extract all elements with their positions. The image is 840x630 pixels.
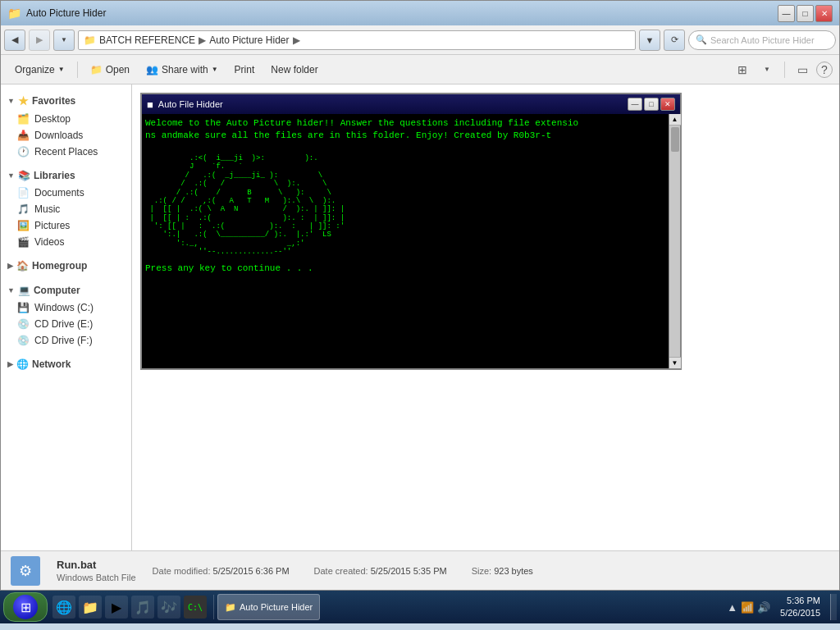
downloads-label: Downloads [34, 130, 83, 141]
address-path[interactable]: 📁 BATCH REFERENCE ▶ Auto Picture Hider ▶ [78, 30, 636, 50]
sidebar-item-recent-places[interactable]: 🕐 Recent Places [1, 144, 131, 160]
cmd-press-any-key: Press any key to continue . . . [145, 262, 667, 274]
explorer-window: 📁 Auto Picture Hider — □ ✕ ◀ ▶ ▼ 📁 BATCH… [0, 0, 840, 591]
print-button[interactable]: Print [227, 58, 262, 81]
homegroup-chevron: ▶ [7, 262, 13, 270]
status-filetype: Windows Batch File [57, 573, 136, 582]
cmd-scroll-thumb[interactable] [671, 127, 679, 152]
homegroup-header[interactable]: ▶ 🏠 Homegroup [1, 257, 131, 275]
computer-section: ▼ 💻 Computer 💾 Windows (C:) 💿 CD Drive (… [1, 281, 131, 349]
recent-pages-button[interactable]: ▼ [53, 30, 75, 51]
videos-label: Videos [34, 236, 64, 248]
recent-places-icon: 🕐 [17, 146, 30, 158]
sidebar-item-cd-drive-e[interactable]: 💿 CD Drive (E:) [1, 316, 131, 332]
refresh-button[interactable]: ⟳ [664, 30, 685, 51]
path-icon: 📁 [84, 34, 96, 46]
quick-launch: 🌐 📁 ▶ 🎵 🎶 C:\ [49, 596, 210, 619]
address-dropdown-button[interactable]: ▼ [639, 30, 660, 51]
path-separator-2: ▶ [293, 34, 300, 46]
quick-launch-itunes[interactable]: 🎵 [131, 596, 154, 619]
cmd-title-bar: ■ Auto File Hidder — □ ✕ [142, 94, 680, 114]
sidebar-item-videos[interactable]: 🎬 Videos [1, 234, 131, 250]
quick-launch-cmd[interactable]: C:\ [184, 596, 207, 619]
toolbar-separator-2 [784, 62, 785, 78]
cmd-close-button[interactable]: ✕ [660, 98, 675, 111]
date-modified-label: Date modified: [153, 566, 211, 576]
new-folder-label: New folder [271, 64, 317, 75]
sidebar-item-music[interactable]: 🎵 Music [1, 201, 131, 217]
quick-launch-media[interactable]: ▶ [105, 596, 128, 619]
cmd-ascii-art: .:<( i___ji )>: ):. J `f. ` / .:( _j____… [145, 146, 667, 256]
sidebar-item-desktop[interactable]: 🗂️ Desktop [1, 111, 131, 127]
sidebar-item-pictures[interactable]: 🖼️ Pictures [1, 217, 131, 234]
maximize-button[interactable]: □ [797, 5, 814, 22]
favorites-star-icon: ★ [18, 94, 29, 107]
cmd-minimize-button[interactable]: — [628, 98, 642, 111]
cmd-title-label: Auto File Hidder [158, 99, 223, 109]
close-button[interactable]: ✕ [815, 5, 833, 22]
size-value: 923 bytes [494, 566, 533, 576]
tray-volume-icon[interactable]: 🔊 [757, 601, 770, 614]
organize-dropdown-icon: ▼ [58, 66, 65, 73]
share-with-button[interactable]: 👥 Share with ▼ [139, 58, 226, 81]
quick-launch-explorer[interactable]: 📁 [79, 596, 102, 619]
music-icon: 🎵 [17, 203, 30, 215]
organize-button[interactable]: Organize ▼ [7, 58, 72, 81]
clock-time: 5:36 PM [780, 595, 820, 607]
taskbar-item-label: Auto Picture Hider [240, 602, 313, 612]
sidebar-item-documents[interactable]: 📄 Documents [1, 185, 131, 201]
minimize-button[interactable]: — [778, 5, 795, 22]
path-segment-1: BATCH REFERENCE [99, 34, 195, 46]
size-label: Size: [472, 566, 491, 576]
back-button[interactable]: ◀ [4, 30, 25, 51]
toolbar: Organize ▼ 📁 Open 👥 Share with ▼ Print N… [1, 55, 839, 84]
sidebar-item-cd-drive-f[interactable]: 💿 CD Drive (F:) [1, 332, 131, 349]
file-area[interactable]: ■ Auto File Hidder — □ ✕ Welcome to the … [132, 84, 839, 550]
status-bar: ⚙ Run.bat Windows Batch File Date modifi… [1, 550, 839, 590]
computer-header[interactable]: ▼ 💻 Computer [1, 281, 131, 299]
preview-pane-button[interactable]: ▭ [792, 59, 813, 80]
date-created-value: 5/25/2015 5:35 PM [371, 566, 447, 576]
open-button[interactable]: 📁 Open [83, 58, 137, 81]
forward-button[interactable]: ▶ [29, 30, 50, 51]
status-date-created: Date created: 5/25/2015 5:35 PM [314, 566, 447, 576]
sidebar-item-downloads[interactable]: 📥 Downloads [1, 127, 131, 144]
computer-label: Computer [34, 285, 80, 296]
network-chevron: ▶ [7, 360, 13, 368]
pictures-label: Pictures [34, 220, 70, 231]
path-segment-2: Auto Picture Hider [209, 34, 289, 46]
libraries-section: ▼ 📚 Libraries 📄 Documents 🎵 Music 🖼️ Pic… [1, 167, 131, 250]
system-clock[interactable]: 5:36 PM 5/26/2015 [775, 595, 825, 620]
view-dropdown-button[interactable]: ▼ [756, 59, 778, 80]
cmd-maximize-button[interactable]: □ [644, 98, 659, 111]
taskbar-explorer-item[interactable]: 📁 Auto Picture Hider [217, 594, 320, 620]
homegroup-section: ▶ 🏠 Homegroup [1, 257, 131, 275]
favorites-header[interactable]: ▼ ★ Favorites [1, 91, 131, 111]
start-orb: ⊞ [13, 595, 38, 619]
main-content: ▼ ★ Favorites 🗂️ Desktop 📥 Downloads 🕐 R… [1, 84, 839, 550]
show-desktop-button[interactable] [830, 594, 837, 620]
window-icon: 📁 [7, 7, 21, 20]
quick-launch-ie[interactable]: 🌐 [52, 596, 75, 619]
cmd-welcome-text: Welcome to the Auto Picture hider!! Answ… [145, 117, 667, 143]
search-box[interactable]: 🔍 Search Auto Picture Hider [688, 30, 836, 50]
change-view-button[interactable]: ⊞ [732, 59, 753, 80]
libraries-header[interactable]: ▼ 📚 Libraries [1, 167, 131, 185]
libraries-chevron: ▼ [7, 171, 15, 180]
status-filename: Run.bat [57, 559, 136, 571]
videos-icon: 🎬 [17, 236, 30, 248]
quick-launch-music[interactable]: 🎶 [158, 596, 180, 619]
open-label: Open [106, 64, 130, 75]
computer-chevron: ▼ [7, 286, 15, 294]
sidebar-item-windows-c[interactable]: 💾 Windows (C:) [1, 299, 131, 316]
tray-expand-icon[interactable]: ▲ [727, 601, 737, 614]
help-button[interactable]: ? [816, 62, 833, 78]
cmd-scroll-down-button[interactable]: ▼ [669, 357, 681, 368]
cmd-scroll-up-button[interactable]: ▲ [669, 114, 681, 126]
new-folder-button[interactable]: New folder [263, 58, 325, 81]
network-header[interactable]: ▶ 🌐 Network [1, 355, 131, 373]
start-button[interactable]: ⊞ [3, 592, 48, 622]
clock-date: 5/26/2015 [780, 607, 820, 619]
homegroup-icon: 🏠 [16, 260, 29, 272]
tray-network-icon[interactable]: 📶 [741, 601, 754, 614]
